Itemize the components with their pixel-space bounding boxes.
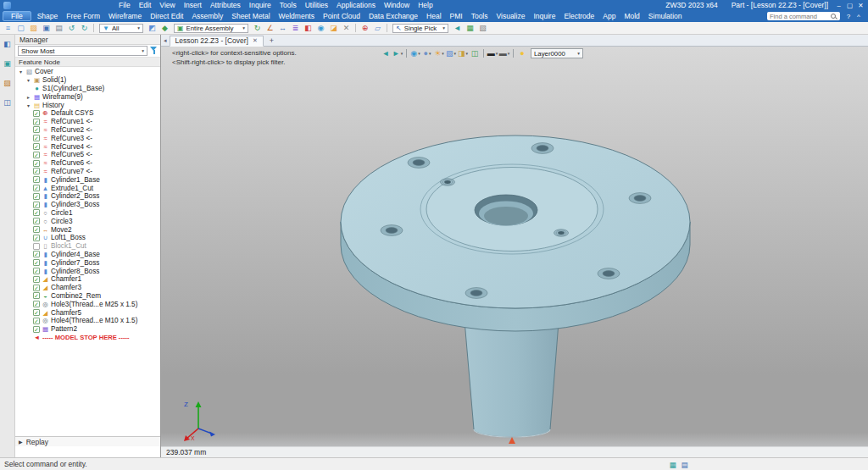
- feature-checkbox[interactable]: ✓: [33, 143, 40, 150]
- feature-checkbox[interactable]: ✓: [33, 251, 40, 257]
- tree-node[interactable]: ✓◢Chamfer3: [15, 284, 160, 292]
- menu-inquire[interactable]: Inquire: [245, 1, 275, 9]
- tree-node[interactable]: ✓↔Move2: [15, 225, 160, 234]
- feature-checkbox[interactable]: ✓: [33, 218, 40, 224]
- print-icon[interactable]: ▤: [53, 23, 65, 34]
- feature-checkbox[interactable]: ✓: [33, 135, 40, 141]
- tree-node[interactable]: ▯Block1_Cut: [15, 242, 160, 251]
- feature-checkbox[interactable]: ✓: [33, 209, 40, 216]
- feature-checkbox[interactable]: ✓: [33, 259, 40, 266]
- tree-node[interactable]: ▸▦Wireframe(9): [15, 92, 160, 101]
- ribbon-tab-heal[interactable]: Heal: [422, 11, 445, 21]
- tree-node[interactable]: ✓≈RefCurve3 <-: [15, 134, 160, 142]
- history-panel-icon[interactable]: ◫: [3, 97, 13, 108]
- feature-checkbox[interactable]: ✓: [33, 276, 40, 283]
- new-file-icon[interactable]: ▢: [14, 23, 27, 34]
- graphics-canvas[interactable]: <right-click> for context-sensitive opti…: [161, 47, 868, 457]
- command-search-input[interactable]: [770, 13, 829, 20]
- save-icon[interactable]: ▣: [40, 23, 53, 34]
- pick-combo[interactable]: ↖Single Pick▾: [392, 24, 448, 33]
- collapse-icon[interactable]: ▾: [18, 69, 24, 75]
- filter-combo[interactable]: ▼All▾: [99, 24, 143, 33]
- tree-node[interactable]: ✓≈RefCurve6 <-: [15, 159, 160, 168]
- collapse-icon[interactable]: ▾: [25, 102, 31, 108]
- tree-node[interactable]: ◄----- MODEL STOP HERE -----: [15, 334, 160, 342]
- feature-checkbox[interactable]: ✓: [33, 318, 40, 324]
- minimize-button[interactable]: –: [833, 2, 844, 9]
- app-logo-icon[interactable]: [3, 2, 11, 9]
- tree-node[interactable]: ✓≈RefCurve1 <-: [15, 118, 160, 126]
- datum-plane-icon[interactable]: ▱: [371, 23, 384, 34]
- feature-checkbox[interactable]: ✓: [33, 160, 40, 167]
- manager-panel-icon[interactable]: ◧: [3, 39, 13, 49]
- ribbon-tab-app[interactable]: App: [598, 11, 620, 21]
- undo-icon[interactable]: ↺: [65, 23, 78, 34]
- pick-style-icon[interactable]: ◆: [159, 23, 171, 34]
- tree-node[interactable]: ✓○Circle3: [15, 217, 160, 225]
- scope-combo[interactable]: ▣Entire Assembly▾: [174, 24, 248, 33]
- feature-checkbox[interactable]: ✓: [33, 292, 40, 299]
- maximize-button[interactable]: ▢: [844, 2, 855, 9]
- replay-bar[interactable]: ▶ Replay: [15, 436, 160, 446]
- new-tab-button[interactable]: +: [266, 36, 277, 45]
- app-menu-icon[interactable]: ≡: [2, 23, 14, 34]
- ribbon-tab-data-exchange[interactable]: Data Exchange: [364, 11, 422, 21]
- tree-node[interactable]: ✓▮Cylinder8_Boss: [15, 267, 160, 275]
- pick-none-icon[interactable]: ▧: [476, 23, 489, 34]
- feature-checkbox[interactable]: ✓: [33, 285, 40, 291]
- ribbon-tab-mold[interactable]: Mold: [620, 11, 643, 21]
- show-hide-icon[interactable]: ◉: [314, 23, 327, 34]
- ribbon-tab-tools[interactable]: Tools: [467, 11, 492, 21]
- tree-node[interactable]: ✓◢Chamfer5: [15, 308, 160, 317]
- close-button[interactable]: ✕: [855, 2, 866, 9]
- tree-node[interactable]: ✓▲Extrude1_Cut: [15, 184, 160, 192]
- tree-node[interactable]: ✓≈RefCurve7 <-: [15, 168, 160, 176]
- blank-entity-icon[interactable]: ◪: [327, 23, 340, 34]
- open-file-icon[interactable]: ▨: [27, 23, 40, 34]
- collapse-icon[interactable]: ▾: [25, 77, 31, 83]
- show-filter-dropdown[interactable]: Show Most ▾: [18, 46, 147, 56]
- tree-node[interactable]: ✓≈RefCurve5 <-: [15, 151, 160, 159]
- search-icon[interactable]: [831, 14, 836, 19]
- feature-checkbox[interactable]: ✓: [33, 301, 40, 307]
- csys-icon[interactable]: ⊕: [359, 23, 371, 34]
- tree-node[interactable]: ✓▮Cylinder1_Base: [15, 175, 160, 184]
- tree-node[interactable]: ✓◎Hole3(Thread...e M25 x 1.5): [15, 300, 160, 308]
- expand-icon[interactable]: ▸: [25, 94, 31, 100]
- filter-funnel-icon[interactable]: [150, 47, 158, 55]
- help-icon[interactable]: ?: [843, 13, 854, 20]
- model-center-hole[interactable]: [475, 195, 537, 226]
- color-icon[interactable]: ◧: [302, 23, 314, 34]
- ribbon-tab-inquire[interactable]: Inquire: [529, 11, 559, 21]
- menu-edit[interactable]: Edit: [135, 1, 156, 9]
- ribbon-tab-simulation[interactable]: Simulation: [644, 11, 687, 21]
- ribbon-tab-electrode[interactable]: Electrode: [559, 11, 598, 21]
- model-3d-cover-part[interactable]: [161, 47, 868, 446]
- ribbon-tab-visualize[interactable]: Visualize: [492, 11, 530, 21]
- feature-checkbox[interactable]: ✓: [33, 185, 40, 191]
- tree-node[interactable]: ✓○Circle1: [15, 209, 160, 218]
- feature-checkbox[interactable]: ✓: [33, 326, 40, 333]
- ribbon-tab-weldments[interactable]: Weldments: [275, 11, 319, 21]
- reuse-library-icon[interactable]: ▨: [3, 78, 13, 88]
- ribbon-tab-sheet-metal[interactable]: Sheet Metal: [227, 11, 274, 21]
- tree-node[interactable]: ✓≈RefCurve4 <-: [15, 142, 160, 151]
- collapse-ribbon-icon[interactable]: ^: [854, 13, 864, 20]
- feature-checkbox[interactable]: ✓: [33, 168, 40, 174]
- tree-node[interactable]: ✓⊕Default CSYS: [15, 109, 160, 118]
- feature-checkbox[interactable]: ✓: [33, 309, 40, 316]
- pick-all-icon[interactable]: ▦: [464, 23, 476, 34]
- menu-utilities[interactable]: Utilities: [301, 1, 332, 9]
- tree-node[interactable]: ▾▤History: [15, 101, 160, 109]
- menu-file[interactable]: File: [114, 1, 135, 9]
- tree-node[interactable]: ✓◎Hole4(Thread...e M10 x 1.5): [15, 317, 160, 325]
- ribbon-tab-free-form[interactable]: Free Form: [62, 11, 104, 21]
- feature-checkbox[interactable]: ✓: [33, 235, 40, 241]
- feature-checkbox[interactable]: ✓: [33, 226, 40, 233]
- tree-node[interactable]: ●S1(Cylinder1_Base): [15, 85, 160, 93]
- pick-previous-icon[interactable]: ◄: [451, 23, 464, 34]
- tree-node[interactable]: ✓▮Cylinder2_Boss: [15, 192, 160, 201]
- tab-scroll-left-icon[interactable]: ◂: [164, 37, 167, 44]
- erase-icon[interactable]: ✕: [340, 23, 353, 34]
- view-manager-icon[interactable]: ▣: [3, 58, 13, 69]
